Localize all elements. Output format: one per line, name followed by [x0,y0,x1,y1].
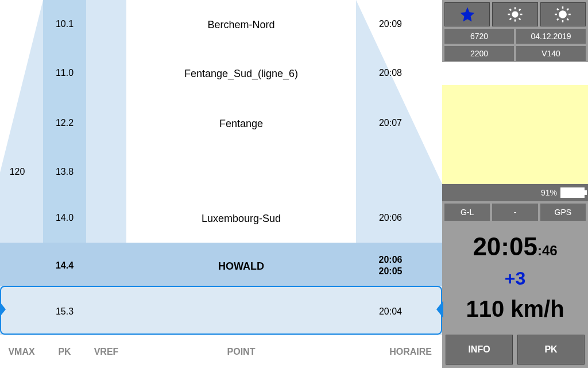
timetable-main: 10.1Berchem-Nord20:0911.0Fentange_Sud_(l… [0,0,442,368]
speed-display: 110 km/h [466,296,564,322]
header-vmax: VMAX [0,347,43,357]
pk-value: 12.2 [43,118,86,128]
brightness-low-button[interactable] [492,2,537,26]
point-name: Luxembourg-Sud [126,213,356,225]
horaire-value: 20:06 [356,213,425,223]
top-icon-row [442,0,588,28]
battery-row: 91% [442,184,588,201]
info-button[interactable]: INFO [446,335,513,365]
header-vref: VREF [86,347,126,357]
header-horaire: HORAIRE [356,347,442,357]
pk-value: 13.8 [43,167,86,177]
train-number: 6720 [444,29,514,44]
bottom-buttons: INFO PK [442,331,588,368]
svg-line-5 [510,9,512,11]
horaire-value: 20:06 [356,255,425,265]
clock-block: 20:05:46 +3 110 km/h [442,223,588,331]
brightness-high-button[interactable] [540,2,586,26]
svg-line-14 [557,9,559,10]
white-panel [442,62,588,85]
clock-sec: :46 [537,243,558,258]
column-headers: VMAX PK VREF POINT HORAIRE [0,335,442,368]
sun-icon [506,6,524,23]
time-delta: +3 [505,268,525,289]
point-name: Fentange [126,118,356,130]
clock-time: 20:05:46 [473,232,557,261]
vmax-value: 120 [0,167,34,177]
point-name: Fentange_Sud_(ligne_6) [126,68,356,80]
svg-line-6 [519,18,521,20]
chevron-left-icon[interactable] [0,301,6,318]
svg-line-16 [557,19,559,21]
status-row: G-L - GPS [442,201,588,223]
svg-line-7 [510,18,512,20]
horaire-value: 20:07 [356,118,425,128]
horaire-value: 20:04 [356,306,425,317]
svg-point-0 [512,12,518,17]
clock-hhmm: 20:05 [473,232,537,260]
code-display: 2200 [444,46,514,61]
sidebar: 6720 04.12.2019 2200 V140 91% G-L - GPS … [442,0,588,368]
svg-point-9 [559,11,567,18]
date-display: 04.12.2019 [516,29,586,44]
info-row-2: 2200 V140 [442,45,588,62]
status-mid: - [492,204,537,221]
point-name: HOWALD [126,260,356,273]
battery-icon [560,187,585,198]
chevron-right-icon[interactable] [436,301,443,318]
status-left: G-L [444,204,490,221]
vlim-display: V140 [516,46,586,61]
pk-value: 14.0 [43,213,86,223]
yellow-panel [442,85,588,184]
horaire-value: 20:08 [356,68,425,78]
battery-percent: 91% [541,188,557,197]
star-button[interactable] [444,2,490,26]
header-pk: PK [43,347,86,357]
pk-value: 14.4 [43,260,86,271]
status-right: GPS [540,204,586,221]
info-row-1: 6720 04.12.2019 [442,28,588,45]
svg-line-8 [519,9,521,11]
svg-line-17 [567,9,569,10]
star-icon [459,6,476,23]
pk-value: 10.1 [43,19,86,29]
point-name: Berchem-Nord [126,19,356,31]
sun-icon [554,6,571,23]
pk-value: 11.0 [43,68,86,78]
pk-button[interactable]: PK [517,335,585,365]
horaire-value: 20:09 [356,19,425,29]
svg-line-15 [567,19,569,21]
pk-value: 15.3 [43,306,86,317]
header-point: POINT [126,347,356,357]
horaire-value-2: 20:05 [356,266,425,277]
